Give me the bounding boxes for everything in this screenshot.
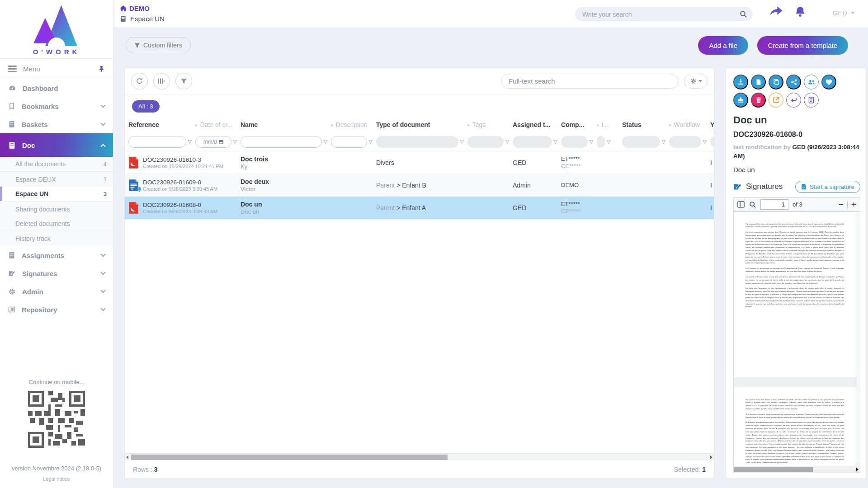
sidebar-toggle-icon[interactable] [737, 201, 745, 208]
funnel-icon[interactable]: ▽ [505, 139, 509, 145]
share-arrow-icon[interactable] [770, 6, 783, 17]
column-header-status[interactable]: Status [622, 121, 669, 128]
sidebar-item-espace-un[interactable]: Espace UN 3 [0, 187, 113, 202]
page-number-input[interactable] [760, 199, 788, 210]
description-filter-input[interactable] [331, 136, 367, 148]
add-file-button[interactable]: Add a file [698, 36, 748, 55]
users-button[interactable] [804, 75, 819, 89]
chevron-down-icon [851, 12, 854, 14]
sidebar-item-sharing-documents[interactable]: Sharing documents [0, 202, 113, 216]
funnel-icon[interactable]: ▽ [233, 139, 237, 145]
search-icon[interactable] [749, 201, 756, 208]
pdf-pages[interactable]: Il y a aujourd'hui trois cent quarante-h… [734, 212, 860, 466]
pdf-horizontal-scrollbar[interactable] [734, 466, 860, 473]
funnel-icon[interactable]: ▽ [460, 139, 464, 145]
table-row-selected[interactable]: DOC230926-01608-0 Created on 9/26/2023 3… [125, 197, 714, 219]
bell-icon[interactable] [795, 6, 806, 18]
start-signature-button[interactable]: Start a signature [795, 181, 860, 193]
breadcrumb-app[interactable]: DEMO [120, 5, 165, 12]
copy-button[interactable] [769, 75, 783, 89]
share-button[interactable] [786, 75, 801, 89]
global-search[interactable] [575, 7, 753, 21]
column-header-assigned[interactable]: Assigned t... [513, 121, 561, 128]
date-filter-input[interactable]: mm/d [195, 136, 231, 148]
sidebar-item-doc[interactable]: Doc [0, 133, 113, 157]
sidebar-item-baskets[interactable]: Baskets [0, 115, 113, 133]
sidebar-item-admin[interactable]: Admin [0, 282, 113, 300]
funnel-icon[interactable]: ▽ [324, 139, 327, 145]
doc-assigned: Admin [513, 182, 561, 189]
scroll-right-arrow[interactable] [856, 468, 859, 471]
pdf-vertical-scrollbar[interactable] [856, 212, 860, 466]
zoom-in-button[interactable]: + [851, 200, 856, 209]
create-from-template-button[interactable]: Create from a template [757, 36, 848, 55]
funnel-icon[interactable]: ▽ [590, 139, 593, 145]
column-header-name[interactable]: Name [241, 121, 331, 128]
column-header-workflow[interactable]: ▸Workflow [669, 121, 710, 128]
column-header-description[interactable]: ▸Description [331, 121, 376, 128]
sidebar-item-signatures[interactable]: Signatures [0, 264, 113, 282]
refresh-button[interactable] [131, 73, 148, 89]
column-header-i[interactable]: ▸I... [597, 121, 622, 128]
table-row[interactable]: DOC230926-01610-3 Created on 10/29/2024 … [125, 151, 714, 174]
column-header-company[interactable]: Comp... [561, 121, 597, 128]
funnel-icon[interactable]: ▽ [369, 139, 373, 145]
fulltext-search[interactable] [501, 74, 679, 89]
delete-button[interactable] [751, 93, 766, 108]
funnel-icon[interactable]: ▽ [703, 139, 707, 145]
column-header-date[interactable]: ▸Date of cr... [195, 121, 241, 128]
sidebar-item-bookmarks[interactable]: Bookmarks [0, 97, 113, 115]
filter-button[interactable] [175, 73, 192, 89]
sidebar-item-repository[interactable]: Repository [0, 300, 113, 319]
stamp-button[interactable] [733, 93, 748, 108]
columns-button[interactable] [153, 73, 170, 89]
sidebar-item-all-documents[interactable]: All the documents 4 [0, 157, 113, 172]
scrollbar-thumb[interactable] [131, 455, 448, 460]
return-button[interactable] [786, 93, 801, 108]
search-icon[interactable] [740, 10, 747, 18]
sidebar-item-dashboard[interactable]: Dashboard [0, 79, 113, 97]
chevron-up-icon [100, 144, 105, 149]
table-row[interactable]: w DOC230926-01609-0 Created on 9/26/2023… [125, 174, 714, 197]
funnel-icon[interactable]: ▽ [607, 139, 610, 145]
document-icon [808, 97, 814, 103]
column-header-type[interactable]: Type of document [376, 121, 467, 128]
table-empty-area [125, 219, 714, 453]
table-horizontal-scrollbar[interactable] [125, 453, 714, 460]
table-settings-button[interactable] [684, 74, 708, 89]
scroll-left-arrow[interactable] [126, 455, 128, 459]
funnel-icon[interactable]: ▽ [188, 139, 192, 145]
gear-icon [8, 288, 16, 296]
custom-filters-button[interactable]: Custom filters [126, 37, 191, 53]
favorite-button[interactable] [821, 75, 836, 89]
tags-filter-input [467, 136, 504, 148]
reference-filter-input[interactable] [128, 136, 186, 148]
scroll-right-arrow[interactable] [710, 455, 712, 459]
legal-notice-link[interactable]: Legal notice [0, 476, 113, 482]
funnel-icon[interactable]: ▽ [554, 139, 557, 145]
zoom-out-button[interactable]: − [839, 200, 844, 209]
column-header-reference[interactable]: Reference [128, 121, 195, 128]
summary-button[interactable] [804, 93, 819, 108]
doc-reference: DOC230926-01610-3 [143, 156, 193, 163]
global-search-input[interactable] [582, 11, 740, 18]
download-button[interactable] [733, 75, 748, 89]
funnel-icon[interactable]: ▽ [662, 139, 665, 145]
doc-submenu: All the documents 4 Espace DEUX 1 Espace… [0, 157, 113, 246]
user-menu[interactable]: GED [832, 9, 854, 17]
pin-icon[interactable] [98, 66, 105, 72]
fulltext-search-input[interactable] [509, 77, 671, 85]
sidebar-item-deleted-documents[interactable]: Deleted documents [0, 216, 113, 231]
chevron-down-icon [100, 270, 105, 275]
scrollbar-thumb[interactable] [734, 467, 813, 472]
menu-toggle[interactable]: Menu [0, 58, 113, 79]
upload-version-button[interactable] [751, 75, 766, 89]
sidebar-item-assignments[interactable]: Assignments [0, 246, 113, 264]
column-header-tags[interactable]: ▸Tags [467, 121, 513, 128]
sidebar-item-espace-deux[interactable]: Espace DEUX 1 [0, 172, 113, 187]
column-header-y[interactable]: Y... [710, 121, 714, 128]
name-filter-input[interactable] [241, 136, 322, 148]
sidebar-item-history-track[interactable]: History track [0, 231, 113, 246]
all-count-pill[interactable]: All : 3 [132, 100, 160, 113]
open-external-button[interactable] [769, 93, 783, 108]
